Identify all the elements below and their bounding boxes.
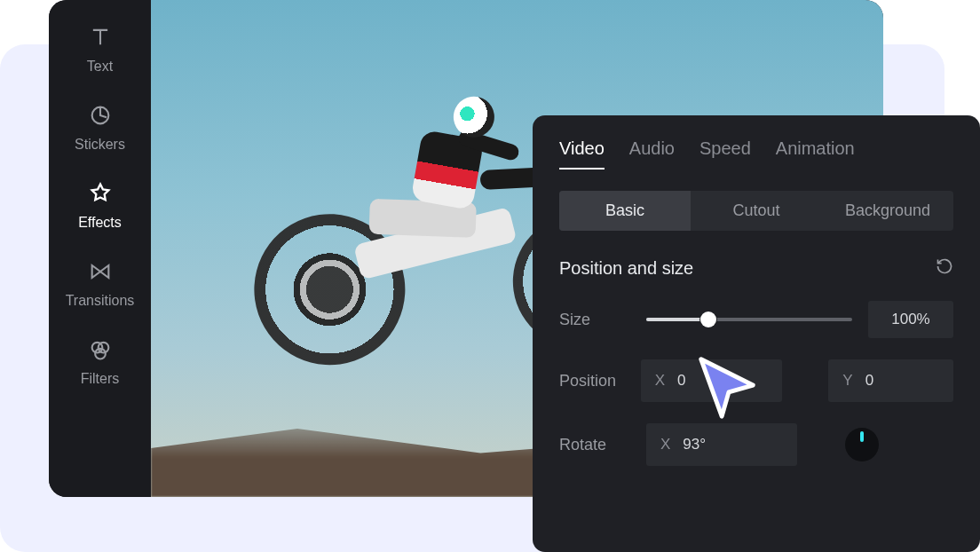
sidebar-item-filters[interactable]: Filters [49, 328, 151, 396]
subtab-basic[interactable]: Basic [559, 191, 691, 231]
sidebar-item-label: Text [87, 59, 113, 75]
reset-button[interactable] [936, 257, 953, 280]
sidebar-item-stickers[interactable]: Stickers [49, 94, 151, 162]
subtab-cutout[interactable]: Cutout [691, 191, 822, 231]
position-y-value: 0 [865, 372, 873, 390]
subtabs: Basic Cutout Background [559, 191, 953, 231]
sidebar: Text Stickers Effects Transitions Filter [49, 0, 151, 497]
rotate-x-value: 93° [683, 436, 706, 453]
panel-tabs: Video Audio Speed Animation [533, 115, 980, 182]
axis-x-label: X [655, 372, 665, 390]
svg-point-2 [98, 343, 108, 353]
tab-animation[interactable]: Animation [776, 138, 855, 170]
position-x-value: 0 [677, 372, 685, 390]
section-title: Position and size [559, 258, 693, 279]
size-row: Size 100% [559, 301, 953, 338]
transitions-icon [88, 259, 113, 288]
tab-video[interactable]: Video [559, 138, 605, 170]
size-value[interactable]: 100% [868, 301, 953, 338]
properties-panel: Video Audio Speed Animation Basic Cutout… [533, 115, 980, 552]
tab-audio[interactable]: Audio [629, 138, 675, 170]
rotate-knob[interactable] [845, 428, 879, 461]
sidebar-item-label: Effects [78, 215, 122, 231]
size-slider[interactable] [646, 318, 852, 321]
sidebar-item-transitions[interactable]: Transitions [49, 250, 151, 318]
position-y-input[interactable]: Y 0 [828, 359, 953, 402]
position-label: Position [559, 372, 625, 390]
filters-icon [88, 337, 113, 366]
rotate-label: Rotate [559, 436, 630, 454]
sidebar-item-label: Filters [81, 371, 120, 387]
size-label: Size [559, 311, 630, 329]
svg-point-3 [95, 349, 106, 359]
sidebar-item-effects[interactable]: Effects [49, 172, 151, 240]
axis-y-label: Y [842, 372, 852, 390]
rotate-row: Rotate X 93° [559, 423, 953, 466]
rotate-x-input[interactable]: X 93° [646, 423, 797, 466]
sidebar-item-label: Stickers [75, 137, 125, 153]
subtab-background[interactable]: Background [822, 191, 953, 231]
effects-icon [88, 181, 113, 209]
axis-x-label: X [660, 436, 670, 453]
tab-speed[interactable]: Speed [699, 138, 751, 170]
sidebar-item-label: Transitions [66, 293, 135, 309]
sidebar-item-text[interactable]: Text [49, 16, 151, 83]
cursor-pointer-icon [692, 352, 762, 422]
text-icon [88, 25, 113, 53]
stickers-icon [88, 103, 113, 131]
